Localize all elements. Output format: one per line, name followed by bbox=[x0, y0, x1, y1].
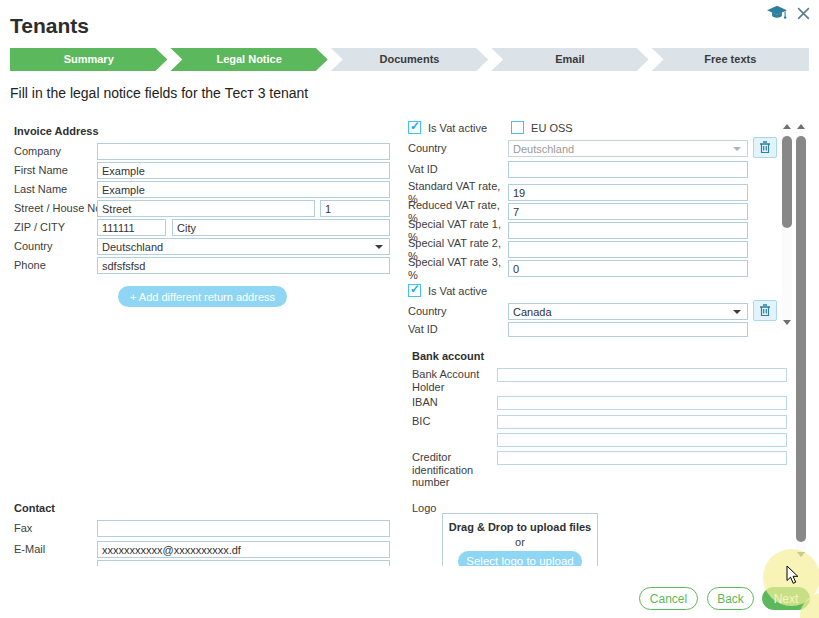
last-name-row: Last Name bbox=[14, 181, 390, 198]
vat1-delete-button[interactable] bbox=[753, 137, 777, 158]
vat1-vatid-input[interactable] bbox=[508, 161, 748, 178]
vat1-vatid-row: Vat ID bbox=[408, 161, 748, 178]
trash-icon bbox=[759, 141, 771, 154]
inner-scroll-up-icon[interactable] bbox=[783, 124, 791, 129]
email-input[interactable] bbox=[97, 541, 390, 558]
bank-holder-label: Bank Account Holder bbox=[412, 368, 497, 393]
fax-row: Fax bbox=[14, 520, 390, 537]
zip-city-row: ZIP / CITY bbox=[14, 219, 390, 236]
city-input[interactable] bbox=[172, 219, 390, 236]
inner-scrollbar[interactable] bbox=[782, 122, 792, 330]
first-name-row: First Name bbox=[14, 162, 390, 179]
inner-scroll-down-icon[interactable] bbox=[783, 320, 791, 325]
first-name-label: First Name bbox=[14, 164, 97, 177]
first-name-input[interactable] bbox=[97, 162, 390, 179]
zip-city-label: ZIP / CITY bbox=[14, 221, 97, 234]
bank-extra-row bbox=[412, 433, 787, 447]
street-house-row: Street / House No bbox=[14, 200, 390, 217]
company-input[interactable] bbox=[97, 143, 390, 160]
vat2-country-row: Country Canada bbox=[408, 303, 748, 320]
country-dropdown[interactable]: Deutschland bbox=[97, 238, 390, 255]
chevron-down-icon bbox=[733, 310, 741, 314]
outer-scroll-down-icon[interactable] bbox=[797, 552, 805, 557]
vat2-delete-button[interactable] bbox=[753, 300, 777, 321]
phone-row: Phone bbox=[14, 257, 390, 274]
eu-oss-checkbox[interactable] bbox=[511, 121, 524, 134]
country-label: Country bbox=[14, 240, 97, 253]
creditor-row: Creditor identification number bbox=[412, 451, 787, 489]
country-row: Country Deutschland bbox=[14, 238, 390, 255]
contact-partial-row bbox=[14, 560, 390, 566]
bic-row: BIC bbox=[412, 415, 787, 429]
trash-icon bbox=[759, 304, 771, 317]
special-vat3-row: Special VAT rate 3, % bbox=[408, 256, 748, 281]
form-panel: Invoice Address Company First Name Last … bbox=[0, 0, 819, 566]
cancel-button[interactable]: Cancel bbox=[639, 587, 698, 610]
vat2-country-dropdown[interactable]: Canada bbox=[508, 303, 748, 320]
bank-holder-row: Bank Account Holder bbox=[412, 368, 787, 393]
outer-scrollbar-thumb[interactable] bbox=[796, 136, 806, 542]
street-input[interactable] bbox=[97, 200, 315, 217]
vat2-is-vat-active-label: Is Vat active bbox=[428, 285, 487, 297]
vat2-vatid-label: Vat ID bbox=[408, 323, 508, 336]
is-vat-active-label: Is Vat active bbox=[428, 122, 487, 134]
zip-input[interactable] bbox=[97, 219, 166, 236]
drag-drop-text: Drag & Drop to upload files bbox=[443, 521, 597, 533]
bic-label: BIC bbox=[412, 415, 497, 428]
bank-account-section-title: Bank account bbox=[412, 350, 484, 362]
bic-input[interactable] bbox=[497, 415, 787, 429]
inner-scrollbar-thumb[interactable] bbox=[782, 136, 792, 228]
iban-label: IBAN bbox=[412, 396, 497, 409]
creditor-label: Creditor identification number bbox=[412, 451, 482, 489]
phone-label: Phone bbox=[14, 259, 97, 272]
contact-partial-input[interactable] bbox=[97, 560, 390, 566]
company-row: Company bbox=[14, 143, 390, 160]
cursor-icon bbox=[786, 565, 799, 589]
is-vat-active-checkbox[interactable] bbox=[408, 121, 421, 134]
phone-input[interactable] bbox=[97, 257, 390, 274]
special-vat3-label: Special VAT rate 3, % bbox=[408, 256, 508, 281]
vat2-checkbox-row: Is Vat active bbox=[408, 284, 648, 297]
invoice-address-section-title: Invoice Address bbox=[14, 125, 99, 137]
vat-checkbox-row: Is Vat active EU OSS bbox=[408, 121, 648, 134]
vat2-is-vat-active-checkbox[interactable] bbox=[408, 284, 421, 297]
select-logo-button[interactable]: Select logo to upload bbox=[458, 551, 582, 566]
vat2-vatid-input[interactable] bbox=[508, 322, 748, 337]
street-house-label: Street / House No bbox=[14, 202, 97, 215]
contact-section-title: Contact bbox=[14, 502, 55, 514]
vat1-vatid-label: Vat ID bbox=[408, 163, 508, 176]
company-label: Company bbox=[14, 145, 97, 158]
outer-scroll-up-icon[interactable] bbox=[797, 124, 805, 129]
vat1-country-dropdown[interactable]: Deutschland bbox=[508, 140, 748, 157]
creditor-input[interactable] bbox=[497, 451, 787, 465]
vat2-vatid-row: Vat ID bbox=[408, 322, 748, 337]
or-text: or bbox=[443, 536, 597, 548]
vat2-country-label: Country bbox=[408, 305, 508, 318]
special-vat3-input[interactable] bbox=[508, 260, 748, 277]
add-return-address-button[interactable]: + Add different return address bbox=[118, 286, 287, 307]
back-button[interactable]: Back bbox=[707, 587, 754, 610]
email-row: E-Mail bbox=[14, 541, 390, 558]
vat1-country-label: Country bbox=[408, 142, 508, 155]
house-no-input[interactable] bbox=[320, 200, 390, 217]
logo-label: Logo bbox=[412, 502, 436, 514]
bank-extra-input[interactable] bbox=[497, 433, 787, 447]
fax-input[interactable] bbox=[97, 520, 390, 537]
outer-scrollbar[interactable] bbox=[796, 122, 806, 562]
last-name-label: Last Name bbox=[14, 183, 97, 196]
chevron-down-icon bbox=[375, 245, 383, 249]
logo-dropzone[interactable]: Drag & Drop to upload files or Select lo… bbox=[442, 513, 598, 566]
next-button[interactable]: Next bbox=[762, 587, 810, 610]
email-label: E-Mail bbox=[14, 543, 97, 556]
vat1-country-row: Country Deutschland bbox=[408, 140, 748, 157]
fax-label: Fax bbox=[14, 522, 97, 535]
eu-oss-label: EU OSS bbox=[531, 122, 573, 134]
bank-holder-input[interactable] bbox=[497, 368, 787, 382]
last-name-input[interactable] bbox=[97, 181, 390, 198]
iban-row: IBAN bbox=[412, 396, 787, 410]
chevron-down-icon bbox=[733, 147, 741, 151]
iban-input[interactable] bbox=[497, 396, 787, 410]
